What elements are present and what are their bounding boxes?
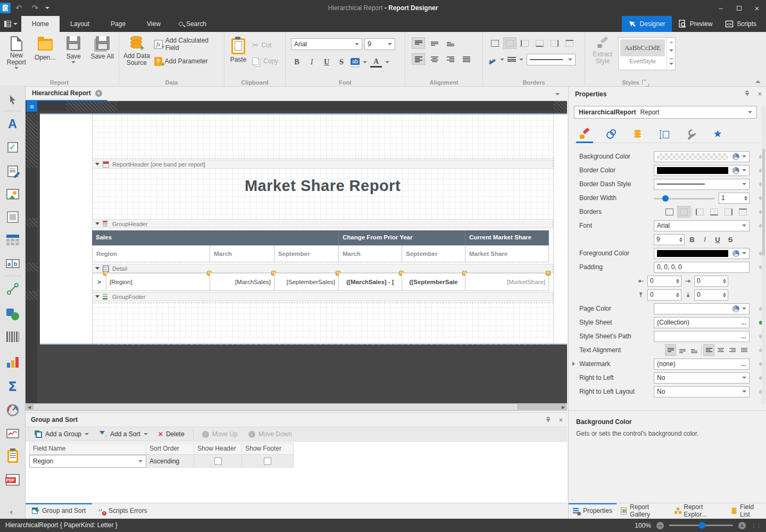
align-bottom-button[interactable] (688, 344, 700, 356)
close-button[interactable]: × (748, 0, 766, 16)
design-surface[interactable]: ≡ ReportHeader [one band per report] Mar… (26, 101, 567, 403)
zoom-in-icon[interactable]: + (738, 522, 746, 529)
border-right-button[interactable] (722, 206, 735, 218)
right-to-left-editor[interactable]: No (654, 372, 750, 384)
border-color-editor[interactable] (654, 165, 750, 176)
maximize-button[interactable] (730, 0, 748, 16)
tab-behavior[interactable] (605, 126, 618, 142)
grid-data-row[interactable]: Region Ascending (29, 455, 563, 468)
ellipsis-button[interactable]: … (741, 334, 747, 339)
strikeout-button[interactable]: S (725, 234, 736, 245)
tab-page[interactable]: Page (100, 16, 136, 32)
new-report-button[interactable]: New Report (2, 34, 31, 78)
tab-report-explorer[interactable]: Report Explor... (670, 503, 727, 517)
padding-editor[interactable]: 0, 0, 0, 0 (654, 262, 750, 273)
align-middle-button[interactable] (677, 344, 688, 356)
col-show-header[interactable]: Show Header (194, 443, 242, 455)
font-name-combobox[interactable]: Arial (291, 38, 362, 50)
band-collapse-icon[interactable] (95, 163, 99, 165)
toolbox-collapse-icon[interactable] (10, 510, 12, 514)
styles-dialog-launcher-icon[interactable] (642, 80, 647, 85)
field-name-combobox[interactable]: Region (29, 455, 146, 468)
border-dash-style-editor[interactable] (654, 179, 750, 190)
tab-list-caret-icon[interactable] (555, 93, 560, 95)
scroll-left-icon[interactable]: ◀ (26, 403, 33, 411)
background-color-editor[interactable] (654, 151, 750, 162)
tool-character-comb[interactable]: ab (0, 253, 25, 274)
italic-button[interactable]: I (306, 56, 318, 68)
border-left-button[interactable] (518, 37, 531, 49)
scrollbar-thumb[interactable] (33, 403, 518, 411)
report-page[interactable]: ReportHeader [one band per report] Marke… (40, 113, 567, 345)
style-sheet-editor[interactable]: (Collection) … (654, 317, 750, 328)
table-subheader-row[interactable]: Region March September March September M… (92, 245, 549, 262)
border-width-slider[interactable] (654, 193, 714, 204)
align-right-button[interactable] (727, 344, 738, 356)
border-width-spinbox[interactable]: 1 (719, 193, 750, 204)
zoom-slider[interactable] (669, 525, 733, 526)
tool-label[interactable]: A (0, 113, 25, 135)
style-sheet-path-editor[interactable]: … (654, 331, 750, 342)
properties-scrollbar[interactable] (762, 106, 765, 404)
underline-button[interactable]: U (712, 234, 723, 245)
drilldown-cell[interactable]: > (92, 273, 106, 291)
tool-sparkline[interactable] (0, 423, 25, 444)
expand-icon[interactable] (572, 362, 575, 366)
align-bottom-button[interactable] (444, 37, 457, 49)
smart-tag-icon[interactable] (546, 271, 551, 276)
tool-line[interactable] (0, 278, 25, 300)
align-middle-button[interactable] (428, 37, 441, 49)
zoom-out-icon[interactable]: − (656, 522, 664, 529)
col-show-footer[interactable]: Show Footer (242, 443, 294, 455)
style-preview[interactable]: AaBbCcDdE (620, 39, 665, 56)
header-cell-change[interactable]: Change From Prior Year (339, 230, 465, 245)
font-color-button[interactable]: A (370, 57, 382, 68)
file-menu-button[interactable] (0, 16, 21, 32)
border-top-button[interactable] (736, 206, 750, 218)
top-margin-line[interactable] (92, 158, 553, 159)
foreground-color-editor[interactable] (654, 248, 750, 259)
add-parameter-button[interactable]: ?+ Add Parameter (152, 55, 222, 67)
tool-pointer[interactable] (0, 89, 25, 111)
pin-icon[interactable] (545, 417, 551, 423)
border-bottom-button[interactable] (533, 37, 546, 49)
tool-pdf-content[interactable]: PDF (0, 469, 25, 491)
subheader-marketshare[interactable]: Market Share (465, 245, 549, 262)
tab-favorites[interactable]: ★ (711, 126, 724, 142)
tool-checkbox[interactable]: ✓ (0, 137, 25, 158)
align-justify-button[interactable] (738, 344, 750, 356)
page-color-editor[interactable] (654, 303, 750, 314)
left-margin-line[interactable] (92, 114, 93, 345)
move-down-button[interactable]: ↓ Move Down (244, 428, 297, 440)
minimize-button[interactable]: – (712, 0, 730, 16)
tool-pivot-grid[interactable]: Σ (0, 376, 25, 397)
show-header-checkbox[interactable] (214, 458, 222, 465)
band-detail[interactable]: Detail (92, 264, 553, 273)
col-sort-order[interactable]: Sort Order (146, 443, 194, 455)
subheader-march2[interactable]: March (339, 245, 402, 262)
tool-shape[interactable] (0, 304, 25, 325)
align-left-button[interactable] (703, 344, 714, 356)
border-none-button[interactable] (503, 37, 517, 49)
border-all-button[interactable] (488, 37, 502, 49)
detail-cell-septembersales[interactable]: [SeptemberSales] (274, 273, 339, 291)
tab-layout[interactable] (658, 126, 671, 142)
designer-mode-button[interactable]: Designer (622, 16, 672, 32)
document-close-icon[interactable]: × (95, 90, 102, 97)
tab-group-and-sort[interactable]: Group and Sort (26, 503, 92, 517)
tab-view[interactable]: View (136, 16, 171, 32)
highlight-color-button[interactable]: ab (351, 58, 360, 66)
open-button[interactable]: Open... (31, 34, 60, 78)
bottom-margin-line[interactable] (92, 303, 553, 303)
padding-right-spinbox[interactable]: 0 (694, 276, 728, 287)
border-width-icon[interactable] (507, 57, 516, 62)
gallery-up-icon[interactable] (669, 41, 673, 43)
font-size-combobox[interactable]: 9 (364, 38, 395, 50)
border-top-button[interactable] (563, 37, 576, 49)
border-dash-style-combobox[interactable] (527, 54, 576, 65)
tab-scripts-errors[interactable]: Scripts Errors (92, 503, 154, 517)
preview-mode-button[interactable]: Preview (672, 16, 719, 32)
ribbon-search[interactable]: Search (171, 20, 214, 28)
border-left-button[interactable] (693, 206, 706, 218)
header-cell-share[interactable]: Current Market Share (465, 230, 549, 245)
